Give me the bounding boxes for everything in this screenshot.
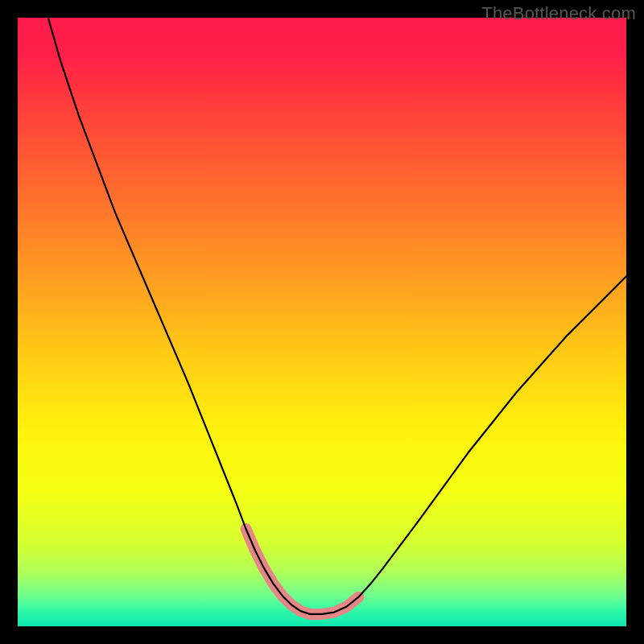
chart-frame: TheBottleneck.com [0, 0, 644, 644]
main-curve [48, 18, 626, 614]
plot-area [18, 18, 626, 626]
watermark-text: TheBottleneck.com [481, 3, 636, 24]
curve-layer [18, 18, 626, 626]
highlight-band [246, 529, 359, 614]
